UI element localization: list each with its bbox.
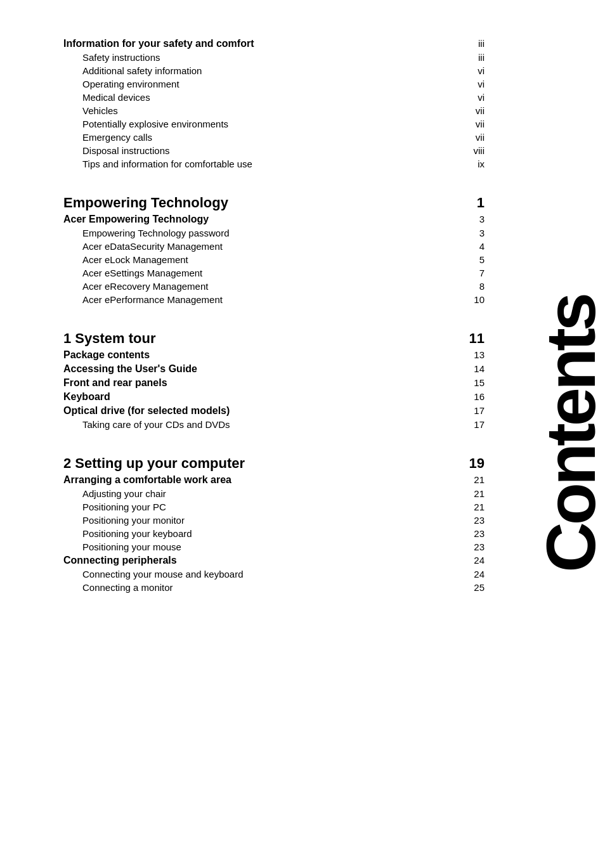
entry-text: Connecting your mouse and keyboard [63,569,244,580]
entry-page: vii [459,132,485,143]
entry-page: 24 [459,555,485,566]
toc-row: Positioning your PC21 [63,502,485,512]
toc-row: Tips and information for comfortable use… [63,159,485,169]
entry-page: 11 [459,330,485,347]
toc-row: Disposal instructionsviii [63,145,485,156]
toc-row: Positioning your keyboard23 [63,528,485,539]
toc-row: 1 System tour11 [63,330,485,347]
page-container: Information for your safety and comforti… [0,0,605,868]
entry-page: 25 [459,582,485,593]
toc-row: Adjusting your chair21 [63,488,485,499]
entry-page: 23 [459,515,485,526]
entry-page: 17 [459,405,485,416]
entry-text: Connecting peripherals [63,555,177,566]
entry-text: Taking care of your CDs and DVDs [63,419,230,430]
entry-text: Accessing the User's Guide [63,363,197,375]
toc-row: Potentially explosive environmentsvii [63,119,485,129]
toc-section-1: Empowering Technology1Acer Empowering Te… [63,195,485,305]
entry-page: 19 [459,455,485,472]
entry-text: Potentially explosive environments [63,119,228,129]
entry-page: iii [459,52,485,63]
toc-row: Keyboard16 [63,391,485,403]
entry-text: Additional safety information [63,65,202,76]
entry-text: Information for your safety and comfort [63,38,254,49]
entry-text: Adjusting your chair [63,488,166,499]
toc-row: Empowering Technology1 [63,195,485,211]
entry-text: Safety instructions [63,52,160,63]
entry-text: Acer Empowering Technology [63,214,209,225]
entry-page: 3 [459,228,485,238]
entry-page: 21 [459,502,485,512]
entry-page: 17 [459,419,485,430]
toc-row: Acer eSettings Management7 [63,268,485,278]
entry-page: vi [459,65,485,76]
entry-text: Front and rear panels [63,377,167,389]
toc-row: Front and rear panels15 [63,377,485,389]
entry-text: Positioning your mouse [63,541,181,552]
entry-page: 16 [459,391,485,402]
entry-text: Tips and information for comfortable use [63,159,252,169]
entry-page: 10 [459,294,485,305]
toc-row: Acer Empowering Technology3 [63,214,485,225]
entry-page: 23 [459,528,485,539]
entry-text: Optical drive (for selected models) [63,405,230,417]
toc-section-3: 2 Setting up your computer19Arranging a … [63,455,485,593]
entry-page: 23 [459,541,485,552]
toc-row: Package contents13 [63,349,485,361]
sideways-title: Contents [535,0,605,868]
toc-row: 2 Setting up your computer19 [63,455,485,472]
entry-page: 7 [459,268,485,278]
entry-text: Positioning your PC [63,502,166,512]
entry-text: Vehicles [63,105,118,116]
toc-row: Operating environmentvi [63,79,485,89]
entry-text: Package contents [63,349,150,361]
contents-label: Contents [530,295,606,573]
entry-page: 24 [459,569,485,580]
entry-page: ix [459,159,485,169]
entry-page: 21 [459,474,485,485]
entry-page: 8 [459,281,485,292]
toc-row: Connecting peripherals24 [63,555,485,566]
toc-row: Connecting your mouse and keyboard24 [63,569,485,580]
entry-text: 1 System tour [63,330,156,347]
entry-page: 13 [459,349,485,360]
toc-row: Emergency callsvii [63,132,485,143]
entry-text: Acer eSettings Management [63,268,202,278]
entry-page: vi [459,79,485,89]
toc-row: Positioning your mouse23 [63,541,485,552]
toc-row: Connecting a monitor25 [63,582,485,593]
toc-content: Information for your safety and comforti… [63,38,485,593]
entry-text: 2 Setting up your computer [63,455,245,472]
toc-row: Additional safety informationvi [63,65,485,76]
entry-text: Empowering Technology [63,195,228,211]
entry-text: Acer eDataSecurity Management [63,241,223,252]
toc-row: Accessing the User's Guide14 [63,363,485,375]
toc-row: Medical devicesvi [63,92,485,103]
toc-row: Acer eRecovery Management8 [63,281,485,292]
entry-text: Acer ePerformance Management [63,294,223,305]
entry-text: Positioning your monitor [63,515,185,526]
toc-row: Empowering Technology password3 [63,228,485,238]
toc-section-0: Information for your safety and comforti… [63,38,485,169]
toc-row: Arranging a comfortable work area21 [63,474,485,486]
entry-page: 1 [459,195,485,211]
toc-row: Information for your safety and comforti… [63,38,485,49]
entry-page: vii [459,119,485,129]
entry-text: Connecting a monitor [63,582,173,593]
entry-text: Keyboard [63,391,110,403]
toc-row: Vehiclesvii [63,105,485,116]
entry-page: iii [459,38,485,49]
entry-page: 21 [459,488,485,499]
entry-page: 4 [459,241,485,252]
entry-page: vi [459,92,485,103]
entry-text: Operating environment [63,79,179,89]
entry-page: 14 [459,363,485,374]
entry-text: Medical devices [63,92,150,103]
toc-row: Taking care of your CDs and DVDs17 [63,419,485,430]
entry-page: vii [459,105,485,116]
entry-page: 15 [459,377,485,388]
entry-text: Emergency calls [63,132,152,143]
toc-row: Optical drive (for selected models)17 [63,405,485,417]
toc-row: Positioning your monitor23 [63,515,485,526]
entry-text: Arranging a comfortable work area [63,474,231,486]
